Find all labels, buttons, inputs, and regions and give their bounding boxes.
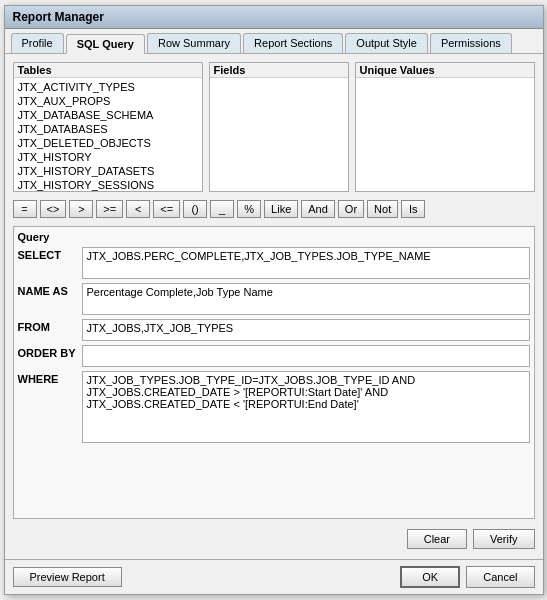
nameas-input[interactable] xyxy=(82,283,530,315)
tab-sql-query[interactable]: SQL Query xyxy=(66,34,145,54)
tables-label: Tables xyxy=(14,63,202,78)
op-not[interactable]: Not xyxy=(367,200,398,218)
tab-profile[interactable]: Profile xyxy=(11,33,64,53)
op-underscore[interactable]: _ xyxy=(210,200,234,218)
list-item[interactable]: JTX_HISTORY_DATASETS xyxy=(16,164,200,178)
tab-report-sections[interactable]: Report Sections xyxy=(243,33,343,53)
list-item[interactable]: JTX_ACTIVITY_TYPES xyxy=(16,80,200,94)
ok-button[interactable]: OK xyxy=(400,566,460,588)
from-label: FROM xyxy=(18,319,78,333)
fields-label: Fields xyxy=(210,63,348,78)
top-panels: Tables JTX_ACTIVITY_TYPES JTX_AUX_PROPS … xyxy=(13,62,535,192)
tab-row-summary[interactable]: Row Summary xyxy=(147,33,241,53)
nameas-label: NAME AS xyxy=(18,283,78,297)
list-item[interactable]: JTX_HISTORY_SESSIONS xyxy=(16,178,200,191)
op-and[interactable]: And xyxy=(301,200,335,218)
op-percent[interactable]: % xyxy=(237,200,261,218)
tables-list[interactable]: JTX_ACTIVITY_TYPES JTX_AUX_PROPS JTX_DAT… xyxy=(14,78,202,191)
op-greater[interactable]: > xyxy=(69,200,93,218)
op-notequal[interactable]: <> xyxy=(40,200,67,218)
op-parens[interactable]: () xyxy=(183,200,207,218)
op-or[interactable]: Or xyxy=(338,200,364,218)
clear-button[interactable]: Clear xyxy=(407,529,467,549)
list-item[interactable]: JTX_HISTORY xyxy=(16,150,200,164)
orderby-input[interactable] xyxy=(82,345,530,367)
unique-values-panel: Unique Values xyxy=(355,62,535,192)
query-label: Query xyxy=(18,231,530,243)
unique-list[interactable] xyxy=(356,78,534,191)
unique-label: Unique Values xyxy=(356,63,534,78)
title-bar: Report Manager xyxy=(5,6,543,29)
where-input[interactable]: JTX_JOB_TYPES.JOB_TYPE_ID=JTX_JOBS.JOB_T… xyxy=(82,371,530,443)
op-greaterequal[interactable]: >= xyxy=(96,200,123,218)
window-title: Report Manager xyxy=(13,10,104,24)
preview-report-button[interactable]: Preview Report xyxy=(13,567,122,587)
where-row: WHERE JTX_JOB_TYPES.JOB_TYPE_ID=JTX_JOBS… xyxy=(18,371,530,512)
operator-bar: = <> > >= < <= () _ % Like And Or Not Is xyxy=(13,198,535,220)
where-label: WHERE xyxy=(18,371,78,385)
select-input[interactable] xyxy=(82,247,530,279)
op-like[interactable]: Like xyxy=(264,200,298,218)
list-item[interactable]: JTX_DATABASE_SCHEMA xyxy=(16,108,200,122)
cancel-button[interactable]: Cancel xyxy=(466,566,534,588)
fields-panel: Fields xyxy=(209,62,349,192)
tables-panel: Tables JTX_ACTIVITY_TYPES JTX_AUX_PROPS … xyxy=(13,62,203,192)
nameas-row: NAME AS xyxy=(18,283,530,315)
query-section: Query SELECT NAME AS FROM ORDER BY WHERE… xyxy=(13,226,535,519)
select-label: SELECT xyxy=(18,247,78,261)
list-item[interactable]: JTX_AUX_PROPS xyxy=(16,94,200,108)
tab-permissions[interactable]: Permissions xyxy=(430,33,512,53)
from-row: FROM xyxy=(18,319,530,341)
op-is[interactable]: Is xyxy=(401,200,425,218)
fields-list[interactable] xyxy=(210,78,348,191)
op-lessequal[interactable]: <= xyxy=(153,200,180,218)
bottom-bar: Preview Report OK Cancel xyxy=(5,559,543,594)
tab-bar: Profile SQL Query Row Summary Report Sec… xyxy=(5,29,543,54)
select-row: SELECT xyxy=(18,247,530,279)
from-input[interactable] xyxy=(82,319,530,341)
tab-output-style[interactable]: Output Style xyxy=(345,33,428,53)
report-manager-window: Report Manager Profile SQL Query Row Sum… xyxy=(4,5,544,595)
verify-button[interactable]: Verify xyxy=(473,529,535,549)
main-content: Tables JTX_ACTIVITY_TYPES JTX_AUX_PROPS … xyxy=(5,54,543,559)
orderby-label: ORDER BY xyxy=(18,345,78,359)
op-equals[interactable]: = xyxy=(13,200,37,218)
orderby-row: ORDER BY xyxy=(18,345,530,367)
list-item[interactable]: JTX_DATABASES xyxy=(16,122,200,136)
footer-buttons: Clear Verify xyxy=(13,525,535,551)
op-less[interactable]: < xyxy=(126,200,150,218)
list-item[interactable]: JTX_DELETED_OBJECTS xyxy=(16,136,200,150)
